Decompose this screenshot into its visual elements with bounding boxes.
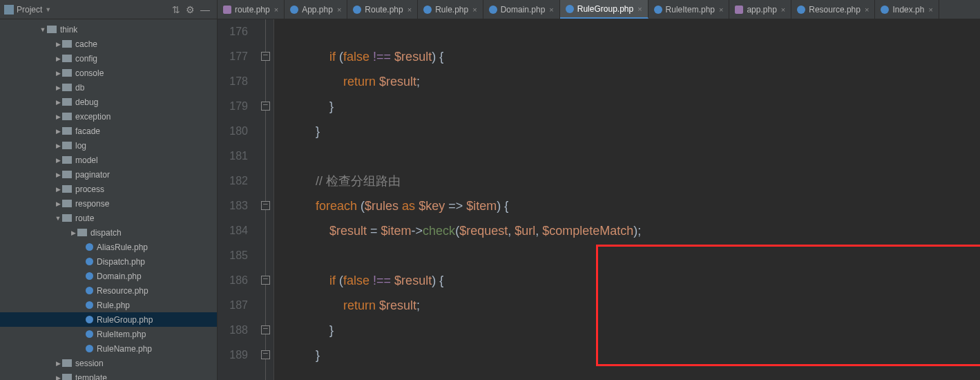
gear-icon[interactable]: ⚙ <box>186 4 195 15</box>
tree-node[interactable]: ▶facade <box>0 124 217 138</box>
tree-node[interactable]: ▶process <box>0 182 217 196</box>
code-line[interactable]: return $result; <box>288 69 980 94</box>
tree-node[interactable]: ▶debug <box>0 95 217 109</box>
close-icon[interactable]: × <box>274 6 278 14</box>
expand-arrow-icon[interactable]: ▶ <box>54 41 62 48</box>
close-icon[interactable]: × <box>865 6 869 14</box>
tree-node[interactable]: ▼think <box>0 22 217 37</box>
fold-marker[interactable] <box>261 350 270 359</box>
tree-label: Resource.php <box>97 286 148 296</box>
expand-arrow-icon[interactable]: ▶ <box>54 157 62 164</box>
code-editor[interactable]: 1761771781791801811821831841851861871881… <box>218 19 980 380</box>
expand-arrow-icon[interactable]: ▶ <box>54 113 62 120</box>
tree-node[interactable]: ▶console <box>0 66 217 80</box>
tree-node[interactable]: Resource.php <box>0 283 217 298</box>
code-line[interactable]: if (false !== $result) { <box>288 268 980 293</box>
tree-node[interactable]: ▶cache <box>0 37 217 51</box>
code-line[interactable]: foreach ($rules as $key => $item) { <box>288 193 980 218</box>
close-icon[interactable]: × <box>637 5 642 13</box>
tree-node[interactable]: ▶template <box>0 370 217 380</box>
close-icon[interactable]: × <box>407 6 412 14</box>
expand-arrow-icon[interactable]: ▶ <box>54 99 62 106</box>
gutter: 1761771781791801811821831841851861871881… <box>218 19 258 380</box>
tab-Route-php[interactable]: Route.php× <box>347 0 418 19</box>
tab-Resource-php[interactable]: Resource.php× <box>791 0 875 19</box>
tree-node[interactable]: ▶response <box>0 196 217 211</box>
tab-App-php[interactable]: App.php× <box>285 0 347 19</box>
tab-Index-ph[interactable]: Index.ph× <box>875 0 939 19</box>
tab-Rule-php[interactable]: Rule.php× <box>418 0 483 19</box>
code-line[interactable]: } <box>288 318 980 343</box>
code-line[interactable]: // 检查分组路由 <box>288 169 980 193</box>
tree-node[interactable]: ▶paginator <box>0 167 217 182</box>
tab-RuleGroup-php[interactable]: RuleGroup.php× <box>560 0 648 19</box>
fold-marker[interactable] <box>261 325 270 334</box>
fold-marker[interactable] <box>261 201 270 210</box>
tree-label: template <box>75 373 107 381</box>
code-line[interactable]: $result = $item->check($request, $url, $… <box>288 218 980 243</box>
code-line[interactable] <box>288 243 980 268</box>
tree-node[interactable]: RuleName.php <box>0 341 217 356</box>
line-number: 185 <box>218 243 248 268</box>
expand-arrow-icon[interactable]: ▼ <box>39 26 47 33</box>
expand-arrow-icon[interactable]: ▶ <box>54 171 62 178</box>
project-header[interactable]: Project ▼ ⇅ ⚙ — <box>0 0 218 19</box>
expand-arrow-icon[interactable]: ▶ <box>54 374 62 381</box>
expand-arrow-icon[interactable]: ▶ <box>54 186 62 193</box>
code-line[interactable]: if (false !== $result) { <box>288 44 980 69</box>
tree-node[interactable]: ▶exception <box>0 109 217 124</box>
tree-label: cache <box>75 39 97 49</box>
expand-arrow-icon[interactable]: ▶ <box>54 142 62 149</box>
fold-marker[interactable] <box>261 52 270 61</box>
tree-node[interactable]: ▶model <box>0 153 217 167</box>
close-icon[interactable]: × <box>337 6 341 14</box>
tree-node[interactable]: ▶db <box>0 80 217 95</box>
file-icon <box>881 6 889 14</box>
tree-node[interactable]: ▼route <box>0 211 217 225</box>
tree-node[interactable]: Dispatch.php <box>0 254 217 269</box>
expand-arrow-icon[interactable]: ▶ <box>54 200 62 207</box>
expand-arrow-icon[interactable]: ▶ <box>54 70 62 77</box>
expand-arrow-icon[interactable]: ▶ <box>54 360 62 367</box>
code-line[interactable]: } <box>288 343 980 368</box>
collapse-icon[interactable]: ⇅ <box>172 4 180 15</box>
project-tree[interactable]: ▼think▶cache▶config▶console▶db▶debug▶exc… <box>0 19 218 380</box>
code-line[interactable]: } <box>288 119 980 144</box>
expand-arrow-icon[interactable]: ▶ <box>54 128 62 135</box>
tree-node[interactable]: AliasRule.php <box>0 240 217 254</box>
fold-marker[interactable] <box>261 276 270 285</box>
chevron-down-icon: ▼ <box>45 6 51 13</box>
fold-column[interactable] <box>258 19 274 380</box>
folder-icon <box>62 98 72 106</box>
code-line[interactable]: } <box>288 94 980 119</box>
tab-app-php[interactable]: app.php× <box>729 0 791 19</box>
minimize-icon[interactable]: — <box>200 4 210 15</box>
close-icon[interactable]: × <box>719 6 723 14</box>
tree-node[interactable]: RuleItem.php <box>0 327 217 341</box>
tree-node[interactable]: ▶config <box>0 51 217 66</box>
tab-RuleItem-php[interactable]: RuleItem.php× <box>648 0 730 19</box>
tree-node[interactable]: RuleGroup.php <box>0 312 217 327</box>
tree-node[interactable]: Rule.php <box>0 298 217 312</box>
close-icon[interactable]: × <box>781 6 785 14</box>
code-area[interactable]: if (false !== $result) { return $result;… <box>274 19 980 380</box>
tree-node[interactable]: Domain.php <box>0 269 217 283</box>
folder-icon <box>62 113 72 120</box>
expand-arrow-icon[interactable]: ▶ <box>54 84 62 91</box>
folder-icon <box>62 374 72 380</box>
expand-arrow-icon[interactable]: ▶ <box>54 55 62 62</box>
tab-Domain-php[interactable]: Domain.php× <box>483 0 560 19</box>
tree-node[interactable]: ▶log <box>0 138 217 153</box>
expand-arrow-icon[interactable]: ▶ <box>69 229 77 236</box>
code-line[interactable] <box>288 144 980 169</box>
tab-route-php[interactable]: route.php× <box>218 0 285 19</box>
close-icon[interactable]: × <box>472 6 477 14</box>
tree-node[interactable]: ▶session <box>0 356 217 370</box>
close-icon[interactable]: × <box>928 6 932 14</box>
code-line[interactable] <box>288 19 980 44</box>
fold-marker[interactable] <box>261 102 270 111</box>
code-line[interactable]: return $result; <box>288 293 980 318</box>
expand-arrow-icon[interactable]: ▼ <box>54 215 62 222</box>
tree-node[interactable]: ▶dispatch <box>0 225 217 240</box>
close-icon[interactable]: × <box>549 6 553 14</box>
